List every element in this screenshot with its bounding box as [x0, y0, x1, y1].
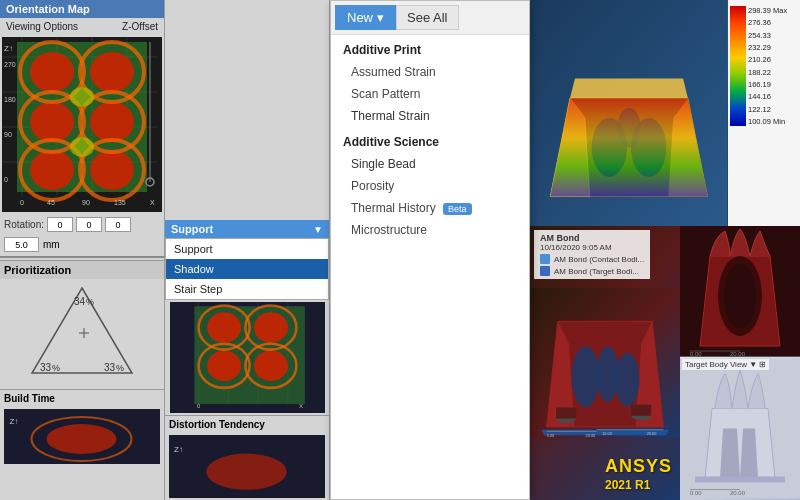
- ansys-logo: ANSYS: [605, 456, 672, 478]
- svg-point-12: [30, 102, 74, 142]
- z-offset-input-row: mm: [0, 235, 164, 254]
- new-button[interactable]: New ▾: [335, 5, 396, 30]
- svg-marker-104: [720, 429, 740, 479]
- svg-text:90: 90: [82, 199, 90, 206]
- svg-text:20.00: 20.00: [730, 490, 746, 496]
- bottom-right-panels: 0.00 20.00 Target Body View ▼ ⊞: [680, 226, 800, 500]
- dropdown-arrow-icon: ▾: [377, 10, 384, 25]
- support-dropdown-header[interactable]: Support ▼: [165, 220, 329, 238]
- panel-divider-1: [0, 256, 164, 258]
- color-legend-panel: 298.39 Max 276.36 254.33 232.29 210.26 1…: [728, 0, 800, 226]
- svg-text:33: 33: [104, 362, 116, 373]
- svg-text:0: 0: [20, 199, 24, 206]
- svg-point-15: [90, 150, 134, 190]
- svg-point-81: [572, 346, 600, 407]
- build-time-content: Z↑: [4, 409, 160, 464]
- svg-text:%: %: [116, 363, 124, 373]
- support-option-stairstep[interactable]: Stair Step: [166, 279, 328, 299]
- microstructure-item[interactable]: Microstructure: [331, 219, 529, 241]
- beta-badge: Beta: [443, 203, 472, 215]
- svg-text:20.00: 20.00: [730, 351, 746, 356]
- porosity-item[interactable]: Porosity: [331, 175, 529, 197]
- rotation-row: Rotation:: [0, 214, 164, 235]
- svg-point-11: [90, 52, 134, 92]
- priority-content: 34 % 33 % 33 %: [0, 279, 164, 389]
- right-top: 298.39 Max 276.36 254.33 232.29 210.26 1…: [530, 0, 800, 226]
- priority-triangle: 34 % 33 % 33 %: [22, 283, 142, 378]
- svg-text:135: 135: [114, 199, 126, 206]
- distortion-label: Distortion Tendency: [169, 419, 265, 430]
- svg-point-23: [70, 137, 94, 157]
- z-offset-label: Z-Offset: [122, 21, 158, 32]
- middle-left-panel: Support ▼ Support Shadow Stair Step 0 X: [165, 0, 330, 500]
- svg-text:%: %: [52, 363, 60, 373]
- legend-min: 100.09 Min: [748, 117, 787, 126]
- right-bottom: AM Bond 10/16/2020 9:05 AM AM Bond (Cont…: [530, 226, 800, 500]
- svg-text:0: 0: [4, 176, 8, 183]
- svg-point-56: [253, 312, 287, 343]
- legend-gradient-bar: [730, 6, 746, 126]
- legend-val8: 122.12: [748, 105, 787, 114]
- thermal-history-item[interactable]: Thermal History Beta: [331, 197, 529, 219]
- legend-val5: 188.22: [748, 68, 787, 77]
- additive-science-header: Additive Science: [331, 127, 529, 153]
- rotation-z-input[interactable]: [105, 217, 131, 232]
- svg-text:X: X: [150, 199, 155, 206]
- svg-text:90: 90: [4, 131, 12, 138]
- additive-print-header: Additive Print: [331, 35, 529, 61]
- svg-text:10.00: 10.00: [602, 431, 612, 436]
- small-3d-bottom-view: Target Body View ▼ ⊞ 0.00 20.00: [680, 357, 800, 500]
- rotation-label: Rotation:: [4, 219, 44, 230]
- svg-point-13: [90, 102, 134, 142]
- svg-rect-87: [631, 405, 651, 416]
- svg-rect-106: [695, 477, 785, 483]
- legend-val4: 210.26: [748, 55, 787, 64]
- scan-pattern-item[interactable]: Scan Pattern: [331, 83, 529, 105]
- svg-point-10: [30, 52, 74, 92]
- svg-text:33: 33: [40, 362, 52, 373]
- svg-text:%: %: [86, 297, 94, 307]
- support-option-support[interactable]: Support: [166, 239, 328, 259]
- legend-val7: 144.16: [748, 92, 787, 101]
- svg-text:34: 34: [74, 296, 86, 307]
- ansys-brand: ANSYS 2021 R1: [605, 456, 672, 492]
- distortion-heatmap: Z↑: [169, 435, 325, 498]
- support-dropdown-menu: Support Shadow Stair Step: [165, 238, 329, 300]
- legend-inner: 298.39 Max 276.36 254.33 232.29 210.26 1…: [730, 4, 798, 126]
- mm-label: mm: [43, 239, 60, 250]
- see-all-button[interactable]: See All: [396, 5, 458, 30]
- svg-text:0.00: 0.00: [690, 490, 702, 496]
- main-3d-view-top: [530, 0, 728, 226]
- dropdown-arrow-icon: ▼: [313, 224, 323, 235]
- svg-point-58: [253, 351, 287, 382]
- ansys-version: 2021 R1: [605, 478, 672, 492]
- orientation-canvas: Z↑ 270 180 90 0 0 45 90 135 X: [2, 37, 162, 212]
- legend-val1: 276.36: [748, 18, 787, 27]
- legend-values: 298.39 Max 276.36 254.33 232.29 210.26 1…: [748, 6, 787, 126]
- svg-point-22: [70, 87, 94, 107]
- svg-text:180: 180: [4, 96, 16, 103]
- svg-point-83: [615, 353, 639, 406]
- thermal-strain-item[interactable]: Thermal Strain: [331, 105, 529, 127]
- orientation-map-header: Orientation Map: [0, 0, 164, 18]
- svg-point-98: [724, 264, 756, 328]
- support-option-shadow[interactable]: Shadow: [166, 259, 328, 279]
- legend-val6: 166.19: [748, 80, 787, 89]
- svg-point-47: [47, 424, 117, 454]
- svg-text:270: 270: [4, 61, 16, 68]
- svg-text:20.00: 20.00: [586, 433, 596, 438]
- target-body-label: Target Body View ▼ ⊞: [682, 359, 769, 370]
- rotation-x-input[interactable]: [47, 217, 73, 232]
- assumed-strain-item[interactable]: Assumed Strain: [331, 61, 529, 83]
- rotation-y-input[interactable]: [76, 217, 102, 232]
- svg-marker-103: [705, 409, 775, 479]
- svg-marker-76: [550, 98, 707, 196]
- svg-text:45: 45: [47, 199, 55, 206]
- z-offset-input[interactable]: [4, 237, 39, 252]
- svg-point-55: [207, 312, 241, 343]
- viewing-options-label: Viewing Options: [6, 21, 78, 32]
- small-heatmap: 0 X: [170, 302, 325, 413]
- svg-point-57: [207, 351, 241, 382]
- svg-text:Z↑: Z↑: [174, 444, 183, 453]
- single-bead-item[interactable]: Single Bead: [331, 153, 529, 175]
